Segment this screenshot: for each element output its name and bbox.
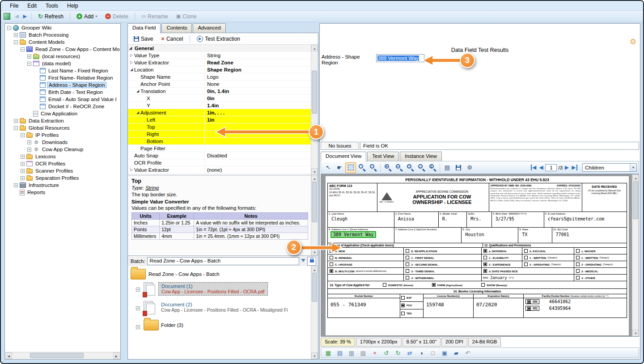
scrollbar-thumb[interactable] — [312, 182, 317, 222]
tree-item-separation-profiles[interactable]: +Separation Profiles — [5, 174, 120, 182]
property-value[interactable]: 0in — [205, 96, 311, 101]
scroll-up-button[interactable]: ▲ — [632, 174, 639, 181]
tree-item-batch-processing[interactable]: +Batch Processing — [5, 31, 120, 38]
property-row[interactable]: Anchor PointNone — [128, 80, 311, 88]
expand-icon[interactable]: + — [136, 325, 140, 329]
scroll-right-button[interactable]: ▶ — [113, 352, 120, 359]
tab-document-view[interactable]: Document View — [321, 152, 366, 161]
extract-image-icon[interactable]: ▥ — [347, 348, 356, 357]
property-value[interactable]: (none) — [205, 167, 311, 173]
test-settings-icon[interactable]: ⚙ — [630, 37, 636, 47]
swap-image-icon[interactable]: ⇄ — [405, 348, 414, 357]
tree-item-data-extraction[interactable]: +Data Extraction — [5, 117, 120, 124]
scrollbar-thumb[interactable] — [30, 353, 84, 358]
collapse-icon[interactable]: ◢ — [135, 89, 140, 93]
tree-item-content-models[interactable]: −Content Models — [5, 38, 120, 46]
property-value[interactable]: String — [205, 53, 311, 58]
batch-info-button[interactable] — [307, 257, 316, 266]
tab-advanced[interactable]: Advanced — [193, 23, 225, 33]
delete-image-icon[interactable]: × — [370, 348, 379, 357]
save-view-icon[interactable] — [453, 162, 464, 173]
property-value[interactable]: 1.4in — [205, 103, 311, 108]
property-row[interactable]: ▷Value ExtractorRead Zone — [128, 59, 311, 66]
property-row[interactable]: ◢General — [128, 45, 311, 52]
zoom-window-icon[interactable] — [356, 162, 367, 173]
collapse-icon[interactable]: ◢ — [129, 68, 134, 72]
property-row[interactable]: Shape NameLogo — [128, 73, 311, 80]
tree-item-downloads[interactable]: +⚙Downloads — [5, 139, 120, 146]
property-row[interactable]: ◢Adjustment1in, . . . — [128, 109, 311, 116]
help-type-value[interactable]: String — [145, 185, 159, 190]
tab-data-field[interactable]: Data Field — [127, 23, 161, 33]
tab-text-view[interactable]: Text View — [367, 152, 399, 161]
document-viewer[interactable]: PERSONALLY IDENTIFIABLE INFORMATION - WI… — [321, 174, 639, 337]
scrollbar-track[interactable] — [12, 352, 113, 359]
first-page-button[interactable]: ◀ — [531, 165, 537, 170]
tab-instance-view[interactable]: Instance View — [400, 152, 441, 161]
batch-item-document-1[interactable]: +Document (1)Cow App - Licensee - Positi… — [136, 282, 311, 296]
property-value[interactable]: Shape Region — [205, 67, 311, 72]
expand-icon[interactable]: + — [27, 55, 31, 59]
property-row[interactable]: Bottom — [128, 138, 311, 145]
scroll-up-button[interactable]: ▲ — [311, 175, 318, 182]
property-row[interactable]: ◢LocationShape Region — [128, 66, 311, 73]
expand-icon[interactable]: + — [27, 148, 31, 152]
scroll-down-button[interactable]: ▼ — [632, 330, 639, 336]
batch-item-folder-3[interactable]: +Folder (3) — [136, 320, 311, 330]
property-grid-scrollbar[interactable]: ▲ ▼ — [311, 45, 318, 175]
tree-item-infrastructure[interactable]: +Infrastructure — [5, 182, 120, 189]
scroll-up-button[interactable]: ▲ — [311, 45, 318, 51]
rotate-cw-icon[interactable]: ↻ — [394, 348, 402, 357]
collapse-icon[interactable]: ◢ — [135, 110, 140, 114]
tree-item-grooper-wiki[interactable]: −Grooper Wiki — [5, 24, 120, 31]
scroll-up-button[interactable]: ▲ — [311, 266, 318, 273]
pointer-icon[interactable]: ↖ — [323, 162, 334, 173]
collapse-icon[interactable]: − — [14, 40, 18, 44]
grid-view-icon[interactable]: ▦ — [324, 348, 333, 357]
collapse-icon[interactable]: − — [21, 133, 25, 137]
tree-item-ocr-profiles[interactable]: +OCR Profiles — [5, 160, 120, 167]
nav-forward-button[interactable]: ▶ — [21, 13, 28, 20]
expand-icon[interactable]: + — [14, 183, 18, 187]
test-extraction-button[interactable]: ▶ Test Extraction — [194, 34, 243, 43]
last-page-button[interactable]: ▶ — [571, 165, 577, 170]
expand-icon[interactable]: + — [21, 176, 25, 180]
tree-item-cow-app-cleanup[interactable]: +⚙Cow App Cleanup — [5, 146, 120, 153]
mask-icon[interactable]: ◑ — [417, 348, 426, 357]
expand-icon[interactable]: + — [136, 306, 140, 310]
menu-help[interactable]: Help — [63, 2, 83, 10]
print-icon[interactable]: ▤ — [442, 162, 453, 173]
thumbnails-icon[interactable]: ▤ — [335, 348, 344, 357]
property-value[interactable]: 0in, 1.4in — [205, 89, 311, 94]
pages-icon[interactable]: ▣ — [440, 348, 449, 357]
property-row[interactable]: Page Filter — [128, 145, 311, 152]
filter-icon[interactable] — [301, 259, 305, 262]
batch-root-item[interactable]: Read Zone - Cow Apps - Batch — [131, 269, 311, 279]
expand-icon[interactable]: + — [136, 288, 140, 292]
children-dropdown[interactable]: Children ▾ — [582, 163, 637, 172]
zoom-selection-icon[interactable]: □ — [405, 162, 415, 173]
delete-button[interactable]: − Delete — [102, 12, 132, 21]
next-page-button[interactable]: ▶ — [564, 165, 569, 170]
add-dropdown-icon[interactable]: ▾ — [95, 14, 97, 18]
batch-item-text[interactable]: Document (1)Cow App - Licensee - Positio… — [158, 282, 268, 296]
rotate-ccw-icon[interactable]: ↺ — [382, 348, 391, 357]
result-field-value[interactable]: 389 Vermont Way — [377, 55, 419, 61]
undo-icon[interactable]: ↶ — [463, 348, 472, 357]
chevron-down-icon[interactable]: ▾ — [630, 164, 636, 171]
collapse-icon[interactable]: − — [21, 47, 25, 51]
export-image-icon[interactable]: ▨ — [359, 348, 368, 357]
zoom-fit-width-icon[interactable]: ↔ — [416, 162, 427, 173]
zoom-page-icon[interactable]: ▫ — [368, 162, 378, 173]
crop-icon[interactable]: □ — [428, 348, 437, 357]
expand-icon[interactable]: + — [14, 33, 18, 37]
property-row[interactable]: X0in — [128, 95, 311, 102]
refresh-button[interactable]: ↻ Refresh — [34, 12, 67, 21]
tree-item-data-model[interactable]: −(data model) — [5, 60, 120, 67]
expand-icon[interactable]: + — [27, 140, 31, 144]
property-row[interactable]: OCR Profile — [128, 159, 311, 166]
nav-back-button[interactable]: ◀ — [13, 13, 20, 20]
zoom-in-icon[interactable]: + — [382, 162, 393, 173]
collapse-icon[interactable]: − — [27, 62, 31, 66]
tree-item-scanner-profiles[interactable]: +Scanner Profiles — [5, 167, 120, 174]
